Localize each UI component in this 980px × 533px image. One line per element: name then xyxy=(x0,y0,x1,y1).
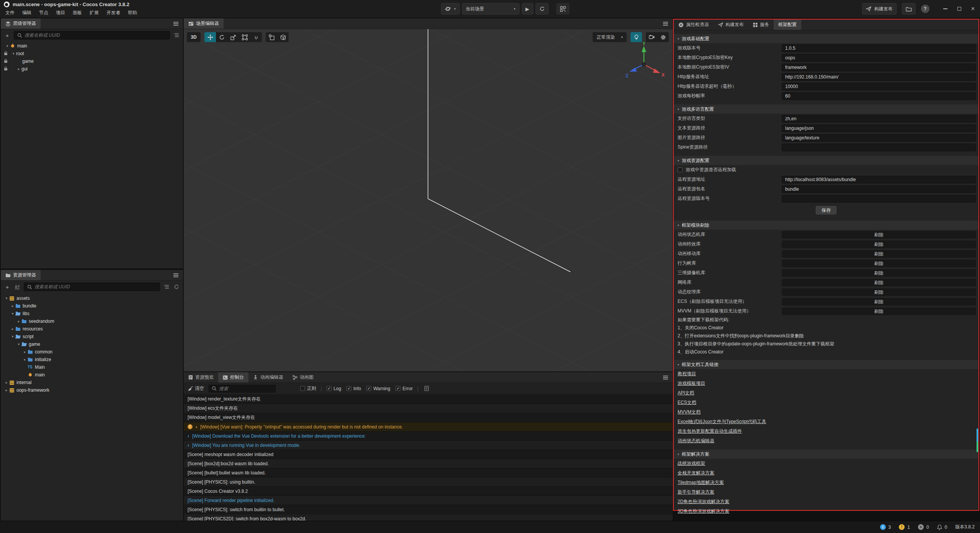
bell-icon[interactable] xyxy=(937,525,942,530)
menu-item[interactable]: 节点 xyxy=(35,8,52,17)
move-tool-button[interactable] xyxy=(204,32,216,42)
remove-module-button[interactable]: 剔除 xyxy=(782,298,976,306)
expand-arrow-icon[interactable]: ▸ xyxy=(4,388,9,392)
section-resource-config[interactable]: ▾游戏资源配置 xyxy=(674,156,978,165)
expand-chevron-icon[interactable]: › xyxy=(188,443,189,448)
config-value-input[interactable]: framework xyxy=(782,64,976,71)
asset-node[interactable]: ▸ internal xyxy=(1,379,183,386)
tab-animation-graph[interactable]: 动画图 xyxy=(288,372,318,383)
expand-arrow-icon[interactable]: ▾ xyxy=(4,296,9,300)
preview-qr-button[interactable] xyxy=(556,3,570,15)
remove-module-button[interactable]: 剔除 xyxy=(782,288,976,296)
config-value-input[interactable]: 60 xyxy=(782,92,976,100)
assets-search[interactable] xyxy=(24,283,160,291)
tab-hierarchy[interactable]: 层级管理器 xyxy=(1,18,41,29)
doc-link[interactable]: Excel格式转Json文件与TypeScript代码工具 xyxy=(678,419,766,425)
menu-item[interactable]: 扩展 xyxy=(86,8,103,17)
gizmo-2d-tool-button[interactable]: ∪ xyxy=(250,32,262,42)
console-message[interactable]: [Scene] [PHYSICS]: switch from builtin t… xyxy=(184,505,673,514)
lighting-toggle-button[interactable] xyxy=(630,32,642,42)
asset-node[interactable]: ▸ resources xyxy=(1,325,183,333)
tab-services[interactable]: 服务 xyxy=(748,20,774,30)
expand-arrow-icon[interactable]: ▾ xyxy=(10,335,15,338)
refresh-icon[interactable] xyxy=(173,283,180,290)
expand-arrow-icon[interactable]: ▸ xyxy=(4,381,9,384)
config-value-input[interactable]: zh,en xyxy=(782,115,976,123)
console-message[interactable]: [Window] model_view文件夹存在 xyxy=(184,413,673,422)
tab-inspector[interactable]: 属性检查器 xyxy=(674,20,714,30)
clear-console-button[interactable]: 清空 xyxy=(188,385,204,392)
log-filter-checkbox[interactable]: ✓ Warning xyxy=(366,386,390,391)
snap-grid-button[interactable] xyxy=(266,32,277,42)
menu-item[interactable]: 编辑 xyxy=(18,8,35,17)
config-value-input[interactable]: language/texture xyxy=(782,134,976,142)
section-module-strip[interactable]: ▾框架模块剔除 xyxy=(674,221,978,230)
help-button[interactable]: ? xyxy=(921,5,929,13)
doc-link[interactable]: API文档 xyxy=(678,390,694,396)
doc-link[interactable]: ECS文档 xyxy=(678,399,696,406)
config-value-input[interactable]: bundle xyxy=(782,185,976,193)
console-message[interactable]: › [Window] You are running Vue in develo… xyxy=(184,441,673,450)
section-doc-links[interactable]: ▾框架文档工具链接 xyxy=(674,360,978,369)
play-button[interactable]: ▶ xyxy=(522,3,533,15)
create-asset-button[interactable]: + xyxy=(4,283,11,290)
asset-node[interactable]: ▾ game xyxy=(1,340,183,348)
expand-arrow-icon[interactable]: ▾ xyxy=(16,342,21,346)
log-filter-checkbox[interactable]: ✓ Error xyxy=(395,386,413,391)
console-message[interactable]: [Scene] [PHYSICS]: using builtin. xyxy=(184,477,673,487)
remove-module-button[interactable]: 剔除 xyxy=(782,231,976,239)
tab-scene-editor[interactable]: 场景编辑器 xyxy=(184,18,224,29)
menu-item[interactable]: 文件 xyxy=(2,8,18,17)
console-message[interactable]: [Scene] Cocos Creator v3.8.2 xyxy=(184,487,673,496)
section-basic-config[interactable]: ▾游戏基础配置 xyxy=(674,34,978,43)
open-project-folder-button[interactable] xyxy=(902,3,916,15)
log-filter-checkbox[interactable]: ✓ Log xyxy=(327,386,341,391)
hierarchy-node[interactable]: ▾ main xyxy=(1,42,183,50)
assets-search-input[interactable] xyxy=(34,284,157,289)
scrollbar-thumb[interactable] xyxy=(977,428,978,452)
tab-framework-config[interactable]: 框架配置 xyxy=(774,20,801,30)
remove-module-button[interactable]: 剔除 xyxy=(782,250,976,258)
config-value-input[interactable]: oops xyxy=(782,54,976,62)
asset-node[interactable]: ▸ bundle xyxy=(1,302,183,310)
config-value-input[interactable]: http://localhost:8083/assets/bundle xyxy=(782,176,976,183)
solution-link[interactable]: 战棋游戏框架 xyxy=(678,460,705,467)
console-search-input[interactable] xyxy=(219,386,265,391)
log-file-icon[interactable] xyxy=(423,385,430,392)
hierarchy-node[interactable]: ▾ root xyxy=(1,50,183,57)
scale-tool-button[interactable] xyxy=(227,32,239,42)
remote-load-checkbox[interactable] xyxy=(678,167,683,172)
solution-link[interactable]: 3D角色扮演游戏解决方案 xyxy=(678,508,729,515)
menu-item[interactable]: 面板 xyxy=(69,8,86,17)
expand-arrow-icon[interactable]: ▸ xyxy=(16,319,21,323)
config-value-input[interactable] xyxy=(782,195,976,203)
doc-link[interactable]: 动画状态机编辑器 xyxy=(678,438,714,444)
axis-gizmo[interactable]: Y X Z xyxy=(624,42,666,84)
asset-node[interactable]: ▾ assets xyxy=(1,294,183,302)
console-message[interactable]: [Window] ecs文件夹存在 xyxy=(184,404,673,413)
console-message[interactable]: › [Window] Download the Vue Devtools ext… xyxy=(184,432,673,441)
tab-animation-editor[interactable]: 动画编辑器 xyxy=(248,372,288,383)
maximize-button[interactable] xyxy=(957,7,961,11)
expand-arrow-icon[interactable]: ▾ xyxy=(10,312,15,316)
panel-menu-icon[interactable] xyxy=(663,23,668,24)
console-message[interactable]: [Scene] [box2d]:box2d wasm lib loaded. xyxy=(184,459,673,468)
asset-node[interactable]: ▸ oops-framework xyxy=(1,386,183,394)
tab-build-publish[interactable]: 构建发布 xyxy=(714,20,748,30)
console-message[interactable]: [Window] render_texture文件夹存在 xyxy=(184,395,673,404)
filter-icon[interactable] xyxy=(163,283,170,290)
expand-arrow-icon[interactable]: ▸ xyxy=(22,358,28,361)
expand-chevron-icon[interactable]: › xyxy=(196,424,197,430)
section-i18n-config[interactable]: ▾游戏多语言配置 xyxy=(674,105,978,114)
scene-select[interactable]: 当前场景 ▾ xyxy=(462,3,519,15)
filter-icon[interactable] xyxy=(173,32,180,39)
solution-link[interactable]: 新手引导解决方案 xyxy=(678,489,714,495)
expand-arrow-icon[interactable]: ▾ xyxy=(11,52,16,56)
remove-module-button[interactable]: 剔除 xyxy=(782,279,976,286)
tab-asset-preview[interactable]: 资源预览 xyxy=(184,372,218,383)
hierarchy-node[interactable]: ▸ gui xyxy=(1,65,183,73)
expand-arrow-icon[interactable]: ▸ xyxy=(22,350,28,354)
tab-console[interactable]: 控制台 xyxy=(218,372,248,383)
console-message[interactable]: [Scene] Forward render pipeline initiali… xyxy=(184,496,673,505)
asset-node[interactable]: ▾ script xyxy=(1,333,183,340)
